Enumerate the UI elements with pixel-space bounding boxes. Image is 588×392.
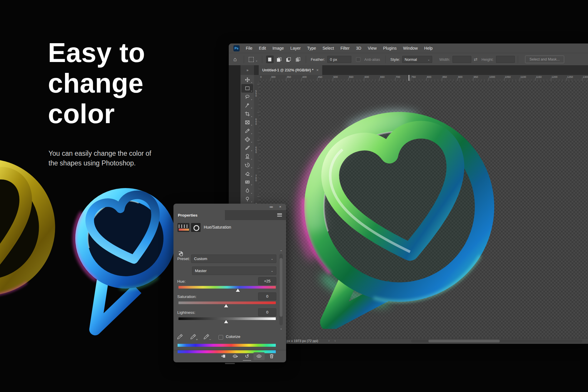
reset-adjustment-icon[interactable]: ↺ [243,352,251,361]
style-label: Style: [390,57,400,62]
clone-stamp-tool[interactable] [241,152,253,161]
panel-content: Hue/Saturation Preset: Custom ⌄ Master ⌄… [173,220,286,350]
dodge-tool[interactable] [241,195,253,203]
eraser-tool[interactable] [241,169,253,178]
crop-tool[interactable] [241,110,253,118]
status-prev-icon[interactable]: ‹ [335,339,336,342]
close-tab-icon[interactable]: × [316,68,319,72]
layer-visibility-icon[interactable] [253,352,265,360]
horizontal-scrollbar[interactable] [411,339,582,343]
hue-slider[interactable] [178,286,276,289]
width-input[interactable] [452,56,471,63]
style-select[interactable]: Normal ⌄ [402,56,432,63]
tools-collapse-button[interactable]: » [240,65,254,75]
scroll-up-icon[interactable]: ⌃ [280,250,282,253]
close-panel-icon[interactable]: × [279,205,281,209]
lasso-tool[interactable] [241,93,253,101]
new-selection-icon[interactable] [266,56,274,63]
chevron-down-icon[interactable]: ⌄ [255,59,258,62]
menu-item[interactable]: Window [400,46,421,51]
saturation-slider[interactable] [178,301,276,304]
ruler-label: 300 [271,76,275,78]
subtract-from-selection-icon[interactable] [285,56,293,63]
eyedropper-subtract-icon[interactable]: − [203,333,211,341]
anti-alias-checkbox[interactable] [356,57,360,62]
menu-item[interactable]: Filter [337,46,353,51]
colorize-checkbox[interactable] [218,335,223,340]
saturation-slider-thumb[interactable] [224,304,228,307]
hue-label: Hue: [177,279,186,284]
feather-input[interactable]: 0 px [327,56,351,63]
divider [244,56,244,63]
divider [385,56,386,63]
height-input[interactable] [496,56,515,63]
panel-scrollbar-thumb[interactable] [280,258,283,317]
menu-item[interactable]: Help [421,46,436,51]
menu-item[interactable]: Image [269,46,287,51]
menu-item[interactable]: Plugins [380,46,400,51]
menu-item[interactable]: Type [304,46,319,51]
eyedropper-sample-icon[interactable] [176,333,185,341]
ruler-label: 650 [380,76,385,78]
lightness-slider-thumb[interactable] [224,320,228,323]
blur-tool[interactable] [241,186,253,195]
ruler-label: 700 [396,76,400,78]
add-to-selection-icon[interactable] [275,56,283,63]
eyedropper-tool[interactable] [241,127,253,135]
menu-item[interactable]: Layer [287,46,304,51]
menu-item[interactable]: Select [319,46,337,51]
targeted-adjustment-icon[interactable] [178,250,185,259]
move-tool[interactable] [241,76,253,84]
document-tab[interactable]: Untitled-1 @ 232% (RGB/8#) * × [259,65,322,75]
tab-properties[interactable]: Properties [173,210,225,220]
divider [518,56,518,63]
ruler-label: 1200 [552,76,557,78]
canvas[interactable] [259,81,588,339]
hue-value-input[interactable]: +25 [258,277,276,285]
collapse-panel-icon[interactable]: «« [270,205,273,209]
scroll-down-icon[interactable]: ⌄ [280,327,282,330]
brush-tool[interactable] [241,144,253,152]
healing-brush-tool[interactable] [241,135,253,144]
panel-resize-grip[interactable] [225,363,235,364]
ruler-label: 600 [365,76,369,78]
ruler-label: 400 [302,76,307,78]
view-previous-state-icon[interactable] [231,352,239,360]
preset-select[interactable]: Custom ⌄ [191,254,276,263]
clip-to-layer-icon[interactable] [219,352,228,360]
home-icon[interactable]: ⌂ [233,56,237,63]
menu-item[interactable]: 3D [353,46,365,51]
menu-item[interactable]: File [243,46,256,51]
select-and-mask-button[interactable]: Select and Mask... [525,56,564,63]
hero-text: Easy to change color You can easily chan… [48,38,151,168]
lightness-slider[interactable] [178,317,276,320]
frame-tool[interactable] [241,118,253,127]
intersect-selection-icon[interactable] [294,56,302,63]
menu-item[interactable]: View [365,46,380,51]
swap-dimensions-icon[interactable]: ⇄ [474,57,477,62]
lightness-value-input[interactable]: 0 [258,308,276,316]
history-brush-tool[interactable] [241,161,253,169]
panel-menu-icon[interactable] [277,212,282,217]
divider [306,56,306,63]
status-next-icon[interactable]: › [328,339,330,342]
lightness-label: Lightness: [177,310,196,315]
document-tab-bar: Untitled-1 @ 232% (RGB/8#) * × [254,65,588,75]
channel-select[interactable]: Master ⌄ [192,267,276,275]
saturation-value-input[interactable]: 0 [258,292,276,300]
delete-adjustment-icon[interactable] [268,352,276,360]
horizontal-scrollbar-thumb[interactable] [428,340,500,342]
gradient-tool[interactable] [241,178,253,186]
ruler-label: 1250 [567,76,573,78]
ruler-label: 1150 [536,76,542,78]
colorize-label: Colorize [226,334,240,339]
panel-scrollbar[interactable]: ⌃ ⌄ [279,254,283,325]
ruler-origin-corner[interactable] [254,75,260,81]
object-selection-tool[interactable] [241,101,253,110]
marquee-tool-preset-icon[interactable] [249,57,254,62]
hue-slider-thumb[interactable] [236,289,240,292]
green-3d-chat-heart-icon [261,94,543,329]
menu-item[interactable]: Edit [256,46,269,51]
eyedropper-add-icon[interactable]: + [190,333,198,341]
rectangular-marquee-tool[interactable] [241,84,253,93]
